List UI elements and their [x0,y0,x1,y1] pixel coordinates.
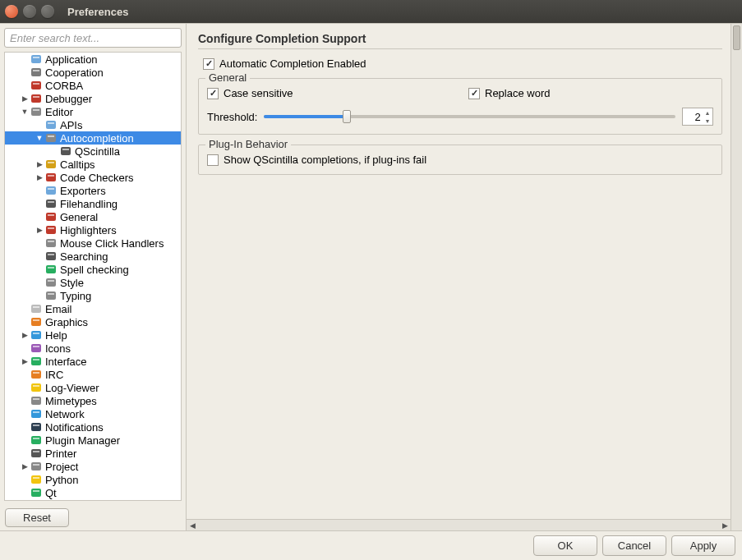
sec-icon [30,499,43,501]
tree-item-label: Plugin Manager [45,434,179,447]
tree-item-code-checkers[interactable]: ▶Code Checkers [5,171,181,184]
cancel-button[interactable]: Cancel [602,535,666,556]
svg-rect-24 [46,213,56,221]
tree-item-irc[interactable]: ▶IRC [5,368,181,381]
window-title: Preferences [67,6,128,18]
svg-rect-2 [31,68,41,76]
printer-icon [30,447,43,460]
tree-item-highlighters[interactable]: ▶Highlighters [5,223,181,236]
case-sensitive-checkbox[interactable] [207,88,219,99]
tree-item-spell-checking[interactable]: ▶Spell checking [5,263,181,276]
tree-item-graphics[interactable]: ▶Graphics [5,315,181,328]
tree-item-apis[interactable]: ▶APIs [5,118,181,131]
expand-arrow-icon[interactable]: ▶ [35,173,44,181]
tree-item-interface[interactable]: ▶Interface [5,355,181,368]
tree-item-autocompletion[interactable]: ▼Autocompletion [5,131,181,145]
app-icon [30,53,43,66]
tree-item-qt[interactable]: ▶Qt [5,486,181,499]
show-qscintilla-label: Show QScintilla completions, if plug-ins… [224,154,426,166]
tree-item-label: Interface [45,356,179,368]
expand-arrow-icon[interactable]: ▶ [20,357,30,365]
tree-item-notifications[interactable]: ▶Notifications [5,420,181,434]
auto-completion-checkbox[interactable] [203,58,214,70]
horizontal-scrollbar[interactable]: ◀ ▶ [187,519,730,530]
tree-item-label: Code Checkers [60,172,179,184]
tree-item-printer[interactable]: ▶Printer [5,447,181,460]
svg-rect-42 [31,331,41,339]
svg-rect-33 [48,267,54,269]
general-group-title: General [205,71,250,84]
tree-item-corba[interactable]: ▶CORBA [5,79,181,92]
tree-item-email[interactable]: ▶Email [5,302,181,315]
tree-item-mouse-click-handlers[interactable]: ▶Mouse Click Handlers [5,236,181,250]
spinner-down-icon[interactable]: ▼ [703,117,712,125]
notif-icon [30,420,43,434]
tree-item-calltips[interactable]: ▶Calltips [5,158,181,171]
ok-button[interactable]: OK [533,535,597,556]
svg-rect-40 [31,318,41,326]
tree-item-label: CORBA [45,80,179,92]
svg-rect-11 [48,122,54,124]
api-icon [44,118,58,131]
svg-rect-32 [46,265,56,273]
tree-item-exporters[interactable]: ▶Exporters [5,184,181,197]
tree-item-cooperation[interactable]: ▶Cooperation [5,66,181,79]
svg-rect-22 [46,200,56,208]
tree-item-mimetypes[interactable]: ▶Mimetypes [5,394,181,407]
tree-item-label: QScintilla [75,145,179,158]
tree-item-qscintilla[interactable]: ▶QScintilla [5,145,181,158]
divider [198,48,722,49]
tree-item-network[interactable]: ▶Network [5,407,181,420]
threshold-spinner[interactable]: 2 ▲▼ [682,108,713,126]
show-qscintilla-checkbox[interactable] [207,154,219,166]
tree-item-icons[interactable]: ▶Icons [5,342,181,355]
svg-rect-41 [33,319,39,321]
tree-item-label: Calltips [60,158,179,171]
expand-arrow-icon[interactable]: ▶ [20,94,30,103]
tree-item-help[interactable]: ▶Help [5,328,181,342]
svg-rect-51 [33,385,39,387]
svg-rect-20 [46,186,56,195]
svg-rect-57 [33,425,39,426]
export-icon [44,184,58,197]
maximize-icon[interactable] [41,5,54,18]
style-icon [44,276,58,289]
expand-arrow-icon[interactable]: ▶ [35,160,44,168]
close-icon[interactable] [5,5,18,18]
tree-item-application[interactable]: ▶Application [5,53,181,66]
vertical-scrollbar[interactable] [730,24,742,530]
preferences-tree[interactable]: ▶Application▶Cooperation▶CORBA▶Debugger▼… [4,52,182,501]
file-icon [44,197,58,210]
tree-item-python[interactable]: ▶Python [5,473,181,486]
svg-rect-15 [62,149,69,150]
tree-item-searching[interactable]: ▶Searching [5,250,181,263]
svg-rect-23 [48,201,54,203]
tree-item-editor[interactable]: ▼Editor [5,105,181,118]
expand-arrow-icon[interactable]: ▼ [20,108,30,116]
threshold-slider[interactable] [264,110,675,123]
tree-item-label: Log-Viewer [45,382,179,394]
minimize-icon[interactable] [23,5,36,18]
expand-arrow-icon[interactable]: ▶ [20,331,30,339]
apply-button[interactable]: Apply [671,535,735,556]
tree-item-debugger[interactable]: ▶Debugger [5,92,181,105]
tree-item-general[interactable]: ▶General [5,210,181,223]
replace-word-checkbox[interactable] [468,88,480,99]
page-title: Configure Completion Support [198,32,722,48]
expand-arrow-icon[interactable]: ▶ [20,462,30,470]
spinner-up-icon[interactable]: ▲ [703,108,712,117]
tree-item-style[interactable]: ▶Style [5,276,181,289]
svg-rect-49 [33,372,39,374]
search-input[interactable] [4,28,182,48]
tree-item-security[interactable]: ▶Security [5,499,181,501]
reset-button[interactable]: Reset [5,508,69,527]
tree-item-log-viewer[interactable]: ▶Log-Viewer [5,381,181,394]
tree-item-plugin-manager[interactable]: ▶Plugin Manager [5,434,181,447]
tree-item-project[interactable]: ▶Project [5,460,181,473]
scroll-right-icon[interactable]: ▶ [719,520,730,530]
expand-arrow-icon[interactable]: ▼ [35,134,44,142]
tree-item-filehandling[interactable]: ▶Filehandling [5,197,181,210]
expand-arrow-icon[interactable]: ▶ [35,226,44,234]
tree-item-typing[interactable]: ▶Typing [5,289,181,302]
scroll-left-icon[interactable]: ◀ [187,520,198,530]
